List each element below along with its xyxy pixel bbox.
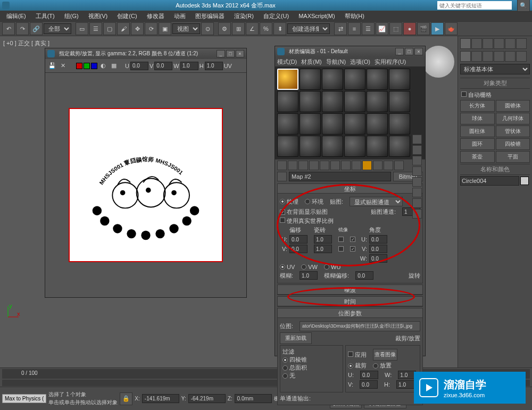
material-slot[interactable]: [322, 69, 343, 90]
mono-icon[interactable]: ◐: [98, 61, 108, 71]
x-coord-input[interactable]: [142, 394, 179, 403]
teapot-button[interactable]: 茶壶: [460, 151, 495, 163]
mirror-icon[interactable]: ⇄: [334, 22, 347, 35]
make-copy-icon[interactable]: [320, 161, 329, 170]
u-tile-input[interactable]: [314, 235, 332, 244]
texture-radio[interactable]: 纹理: [280, 198, 298, 206]
viewcube[interactable]: [422, 46, 454, 78]
menu-create[interactable]: 创建(C): [113, 11, 141, 21]
name-color-header[interactable]: 名称和颜色: [460, 164, 530, 175]
plane-button[interactable]: 平面: [496, 151, 530, 163]
color-red-swatch[interactable]: [76, 63, 82, 69]
v-angle-input[interactable]: [369, 245, 387, 253]
mat-menu-mode[interactable]: 模式(D): [277, 58, 297, 66]
object-color-swatch[interactable]: [520, 177, 529, 185]
z-coord-input[interactable]: [235, 394, 272, 403]
u-angle-input[interactable]: [369, 235, 387, 244]
close-button[interactable]: ×: [236, 50, 244, 57]
layer-icon[interactable]: ☰: [362, 22, 375, 35]
search-icon[interactable]: 🔍: [517, 0, 530, 12]
geosphere-button[interactable]: 几何球体: [496, 113, 530, 124]
redo-icon[interactable]: ↷: [16, 22, 29, 35]
menu-edit[interactable]: 编辑(E): [2, 11, 30, 21]
show-in-viewport-icon[interactable]: [362, 161, 372, 170]
mat-id-icon[interactable]: [352, 161, 361, 170]
pyramid-button[interactable]: 四棱锥: [496, 138, 530, 150]
primitive-type-dropdown[interactable]: 标准基本体: [460, 64, 530, 74]
coords-rollout-header[interactable]: 坐标: [278, 184, 422, 194]
backlight-icon[interactable]: [412, 145, 422, 155]
pivot-icon[interactable]: ⊙: [201, 22, 214, 35]
material-slot[interactable]: [344, 91, 365, 112]
box-button[interactable]: 长方体: [460, 100, 495, 112]
menu-graph[interactable]: 图形编辑器: [191, 11, 229, 21]
options-icon[interactable]: [412, 198, 422, 208]
crop-v[interactable]: [360, 380, 378, 389]
mat-editor-titlebar[interactable]: 材质编辑器 - 01 - Default _ □ ×: [275, 46, 425, 57]
menu-modifiers[interactable]: 修改器: [143, 11, 169, 21]
material-slot[interactable]: [367, 69, 388, 90]
select-icon[interactable]: ▭: [76, 22, 88, 35]
render-setup-icon[interactable]: 🎬: [417, 22, 430, 35]
material-slot[interactable]: [389, 113, 410, 135]
blur-offset-input[interactable]: [355, 271, 373, 280]
material-slot[interactable]: [300, 113, 321, 135]
autogrid-checkbox[interactable]: 自动栅格: [461, 91, 492, 98]
get-material-icon[interactable]: [277, 161, 287, 170]
material-slot[interactable]: [300, 69, 321, 90]
material-slot[interactable]: [300, 91, 321, 112]
material-slot[interactable]: [344, 113, 365, 135]
crop-frame[interactable]: MHSJS001 蕈囧鶸馆师 MHSJS001: [69, 108, 223, 262]
display-tab-icon[interactable]: [505, 38, 516, 49]
link-icon[interactable]: 🔗: [30, 22, 43, 35]
assign-to-sel-icon[interactable]: [298, 161, 308, 170]
material-slot[interactable]: [389, 136, 410, 157]
script-listener[interactable]: Max to Physics (: [2, 394, 46, 403]
cameras-icon[interactable]: [494, 51, 504, 62]
vw-radio[interactable]: VW: [301, 264, 318, 270]
object-type-header[interactable]: 对象类型: [460, 78, 530, 89]
material-slot[interactable]: [277, 136, 298, 157]
mat-close-button[interactable]: ×: [414, 48, 423, 55]
menu-group[interactable]: 组(G): [60, 11, 83, 21]
uv-radio[interactable]: UV: [280, 264, 295, 270]
material-slot[interactable]: [322, 113, 343, 135]
reset-map-icon[interactable]: [309, 161, 319, 170]
material-editor-icon[interactable]: ●: [403, 22, 416, 35]
geometry-icon[interactable]: [460, 51, 471, 62]
v-tile-input[interactable]: [314, 245, 332, 253]
material-slot[interactable]: [389, 69, 410, 90]
select-by-mat-icon[interactable]: [412, 209, 422, 219]
go-sibling-icon[interactable]: [394, 161, 404, 170]
video-check-icon[interactable]: [412, 177, 422, 187]
material-slot-1[interactable]: [277, 69, 298, 90]
crop-window-titlebar[interactable]: 指定裁剪/放置, 显示 gamma: 2.2, RGB 颜色 8 位/通道 (1…: [45, 48, 246, 59]
color-green-swatch[interactable]: [84, 63, 90, 69]
alpha-icon[interactable]: ▦: [109, 61, 119, 71]
v-mirror-checkbox[interactable]: [338, 246, 344, 252]
material-slot[interactable]: [322, 91, 343, 112]
menu-customize[interactable]: 自定义(U): [259, 11, 293, 21]
help-search-input[interactable]: [437, 1, 512, 10]
view-image-button[interactable]: 查看图像: [373, 349, 397, 361]
tube-button[interactable]: 管状体: [496, 125, 530, 137]
scale-icon[interactable]: ▣: [159, 22, 171, 35]
menu-render[interactable]: 渲染(R): [230, 11, 258, 21]
sample-uv-icon[interactable]: [412, 166, 422, 176]
schematic-icon[interactable]: ⬚: [389, 22, 402, 35]
crop-h-input[interactable]: [205, 62, 223, 70]
mat-maximize-button[interactable]: □: [405, 48, 413, 55]
render-icon[interactable]: 🫖: [445, 22, 458, 35]
torus-button[interactable]: 圆环: [460, 138, 495, 150]
rect-select-icon[interactable]: ▢: [103, 22, 116, 35]
none-radio[interactable]: 无: [282, 372, 340, 380]
w-angle-input[interactable]: [369, 254, 387, 263]
crop-v-input[interactable]: [154, 62, 172, 70]
manipulate-icon[interactable]: ⚙: [218, 22, 231, 35]
crop-canvas[interactable]: MHSJS001 蕈囧鶸馆师 MHSJS001: [45, 73, 246, 297]
clear-icon[interactable]: ✕: [58, 61, 68, 71]
modify-tab-icon[interactable]: [471, 38, 482, 49]
selection-filter-dropdown[interactable]: 全部: [44, 23, 71, 34]
material-slot[interactable]: [367, 113, 388, 135]
sample-type-icon[interactable]: [412, 135, 422, 144]
